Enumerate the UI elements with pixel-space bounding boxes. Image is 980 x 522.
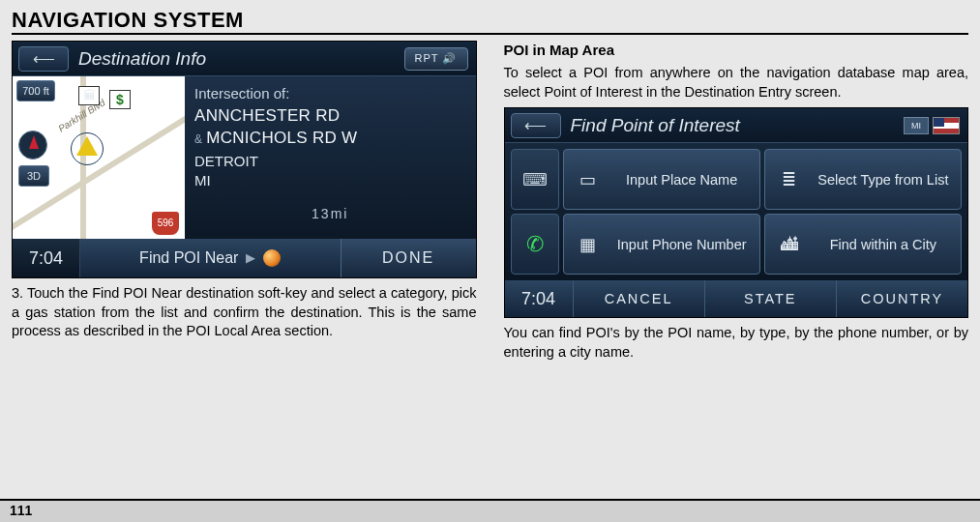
- option-label: Select Type from List: [814, 172, 953, 188]
- find-poi-label: Find POI Near: [139, 247, 238, 269]
- intersection-header: Intersection of:: [194, 84, 466, 103]
- page-number: 111: [0, 499, 980, 522]
- state-button[interactable]: STATE: [704, 280, 836, 317]
- clock: 7:04: [505, 280, 573, 317]
- page-title: NAVIGATION SYSTEM: [12, 8, 968, 33]
- poi-map-area-outro: You can find POI's by the POI name, by t…: [504, 324, 969, 362]
- state-label: MI: [194, 171, 466, 190]
- poi-map-area-heading: POI in Map Area: [504, 41, 969, 60]
- destination-info-screenshot: ⟵ Destination Info RPT 🔊 700 ft 3D Parkh…: [12, 41, 477, 278]
- poi-map-area-intro: To select a POI from anywhere on the nav…: [504, 64, 969, 102]
- text-icon: ▭: [572, 165, 605, 194]
- cancel-button[interactable]: CANCEL: [573, 280, 704, 317]
- left-column: ⟵ Destination Info RPT 🔊 700 ft 3D Parkh…: [12, 41, 477, 362]
- poi-dot-icon: [263, 249, 281, 267]
- input-place-name-button[interactable]: ▭ Input Place Name: [563, 149, 760, 210]
- step-3-paragraph: 3. Touch the Find POI Near destination s…: [12, 284, 477, 341]
- highway-shield-icon: 596: [152, 212, 179, 235]
- 3d-toggle[interactable]: 3D: [18, 165, 49, 187]
- right-column: POI in Map Area To select a POI from any…: [504, 41, 969, 362]
- intersection-info-pane: Intersection of: ANNCHESTER RD & MCNICHO…: [185, 76, 476, 239]
- distance-label: 13mi: [194, 205, 466, 223]
- road-2: MCNICHOLS RD W: [206, 129, 357, 147]
- compass-icon[interactable]: [18, 130, 47, 160]
- option-label: Input Phone Number: [612, 237, 752, 253]
- ampersand: &: [194, 132, 202, 146]
- option-label: Find within a City: [814, 237, 953, 253]
- phone-icon[interactable]: ✆: [511, 214, 559, 275]
- clock: 7:04: [13, 239, 80, 277]
- option-label: Input Place Name: [612, 172, 752, 188]
- find-within-city-button[interactable]: 🏙 Find within a City: [764, 214, 962, 275]
- find-poi-screenshot: ⟵ Find Point of Interest MI ⌨ ▭ Input Pl…: [504, 107, 969, 318]
- screen-title: Destination Info: [74, 46, 404, 72]
- city-label: DETROIT: [194, 152, 466, 171]
- back-button[interactable]: ⟵: [18, 46, 69, 72]
- list-icon: ≣: [773, 165, 806, 194]
- usa-flag-icon: [933, 117, 960, 134]
- state-chip: MI: [904, 117, 929, 134]
- road-1: ANNCHESTER RD: [194, 105, 466, 128]
- bank-poi-icon[interactable]: 🏛: [78, 86, 100, 105]
- map-pane[interactable]: 700 ft 3D Parkhill Blvd 🏛 $ 596: [13, 76, 185, 239]
- screen-title: Find Point of Interest: [567, 113, 905, 138]
- select-type-button[interactable]: ≣ Select Type from List: [764, 149, 962, 210]
- gas-poi-icon[interactable]: $: [109, 90, 131, 109]
- done-button[interactable]: DONE: [341, 239, 476, 277]
- country-button[interactable]: COUNTRY: [836, 280, 967, 317]
- altitude-badge: 700 ft: [16, 80, 55, 102]
- repeat-button[interactable]: RPT 🔊: [404, 47, 468, 71]
- city-icon: 🏙: [773, 230, 806, 259]
- input-phone-button[interactable]: ▦ Input Phone Number: [563, 214, 760, 275]
- vehicle-icon: [76, 136, 98, 156]
- arrow-right-icon: ▶: [246, 249, 255, 267]
- dialpad-icon: ▦: [572, 230, 605, 259]
- keyboard-icon[interactable]: ⌨: [511, 149, 559, 210]
- find-poi-near-button[interactable]: Find POI Near ▶: [80, 239, 341, 277]
- back-button[interactable]: ⟵: [511, 113, 561, 138]
